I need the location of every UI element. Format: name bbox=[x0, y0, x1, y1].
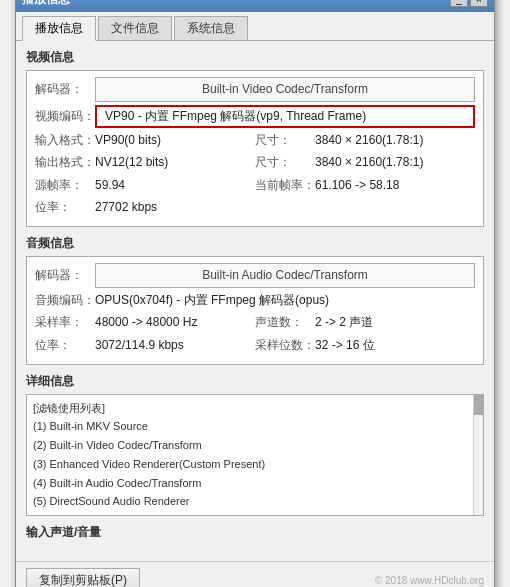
input-section: 输入声道/音量 bbox=[26, 524, 484, 541]
decoder-value: Built-in Video Codec/Transform bbox=[95, 77, 475, 102]
output-size: 尺寸： 3840 × 2160(1.78:1) bbox=[255, 153, 475, 172]
audio-info-box: 解码器： Built-in Audio Codec/Transform 音频编码… bbox=[26, 256, 484, 365]
audio-decoder-value: Built-in Audio Codec/Transform bbox=[95, 263, 475, 288]
scrollbar-thumb[interactable] bbox=[474, 395, 483, 415]
channels-right: 声道数： 2 -> 2 声道 bbox=[255, 313, 475, 335]
detail-item-4: (4) Built-in Audio Codec/Transform bbox=[33, 474, 467, 493]
audio-codec-label: 音频编码： bbox=[35, 291, 95, 310]
current-fps: 当前帧率： 61.106 -> 58.18 bbox=[255, 176, 475, 195]
window-title: 播放信息 bbox=[22, 0, 70, 8]
scrollbar-track[interactable] bbox=[473, 395, 483, 515]
audio-section: 音频信息 解码器： Built-in Audio Codec/Transform… bbox=[26, 235, 484, 365]
input-section-title: 输入声道/音量 bbox=[26, 524, 484, 541]
sample-bits-right: 采样位数： 32 -> 16 位 bbox=[255, 336, 475, 358]
output-size-label: 尺寸： bbox=[255, 153, 315, 172]
input-format-value: VP90(0 bits) bbox=[95, 131, 255, 150]
audio-sample-row: 采样率： 48000 -> 48000 Hz 声道数： 2 -> 2 声道 bbox=[35, 313, 475, 335]
audio-section-title: 音频信息 bbox=[26, 235, 484, 252]
video-section: 视频信息 解码器： Built-in Video Codec/Transform… bbox=[26, 49, 484, 227]
audio-codec-row: 音频编码： OPUS(0x704f) - 内置 FFmpeg 解码器(opus) bbox=[35, 291, 475, 310]
decoder-row: 解码器： Built-in Video Codec/Transform bbox=[35, 77, 475, 102]
audio-bitrate: 位率： 3072/114.9 kbps bbox=[35, 336, 255, 355]
minimize-button[interactable]: _ bbox=[450, 0, 468, 7]
audio-bitrate-value: 3072/114.9 kbps bbox=[95, 336, 255, 355]
input-format-row: 输入格式： VP90(0 bits) 尺寸： 3840 × 2160(1.78:… bbox=[35, 131, 475, 153]
copy-button[interactable]: 复制到剪贴板(P) bbox=[26, 568, 140, 587]
video-bitrate-label: 位率： bbox=[35, 198, 95, 217]
detail-list-header: [滤镜使用列表] bbox=[33, 399, 467, 418]
sample-rate: 采样率： 48000 -> 48000 Hz bbox=[35, 313, 255, 332]
output-size-value: 3840 × 2160(1.78:1) bbox=[315, 153, 475, 172]
decoder-label: 解码器： bbox=[35, 80, 95, 99]
input-format: 输入格式： VP90(0 bits) bbox=[35, 131, 255, 150]
detail-content: [滤镜使用列表] (1) Built-in MKV Source (2) Bui… bbox=[33, 399, 477, 511]
detail-box: [滤镜使用列表] (1) Built-in MKV Source (2) Bui… bbox=[26, 394, 484, 516]
sample-rate-left: 采样率： 48000 -> 48000 Hz bbox=[35, 313, 255, 335]
detail-item-3: (3) Enhanced Video Renderer(Custom Prese… bbox=[33, 455, 467, 474]
window-controls: _ × bbox=[450, 0, 488, 7]
output-format-left: 输出格式： NV12(12 bits) bbox=[35, 153, 255, 175]
input-size-value: 3840 × 2160(1.78:1) bbox=[315, 131, 475, 150]
output-format-value: NV12(12 bits) bbox=[95, 153, 255, 172]
audio-bitrate-left: 位率： 3072/114.9 kbps bbox=[35, 336, 255, 358]
input-format-label: 输入格式： bbox=[35, 131, 95, 150]
channels-value: 2 -> 2 声道 bbox=[315, 313, 475, 332]
audio-decoder-label: 解码器： bbox=[35, 266, 95, 285]
source-fps-label: 源帧率： bbox=[35, 176, 95, 195]
main-window: 播放信息 _ × 播放信息 文件信息 系统信息 视频信息 解码器： Built-… bbox=[15, 0, 495, 587]
channels: 声道数： 2 -> 2 声道 bbox=[255, 313, 475, 332]
codec-row: 视频编码： VP90 - 内置 FFmpeg 解码器(vp9, Thread F… bbox=[35, 105, 475, 128]
output-format-label: 输出格式： bbox=[35, 153, 95, 172]
input-size: 尺寸： 3840 × 2160(1.78:1) bbox=[255, 131, 475, 150]
output-format: 输出格式： NV12(12 bits) bbox=[35, 153, 255, 172]
source-fps-value: 59.94 bbox=[95, 176, 255, 195]
video-bitrate-value: 27702 kbps bbox=[95, 198, 475, 217]
channels-label: 声道数： bbox=[255, 313, 315, 332]
sample-rate-value: 48000 -> 48000 Hz bbox=[95, 313, 255, 332]
sample-bits: 采样位数： 32 -> 16 位 bbox=[255, 336, 475, 355]
title-bar: 播放信息 _ × bbox=[16, 0, 494, 12]
audio-bitrate-label: 位率： bbox=[35, 336, 95, 355]
detail-item-1: (1) Built-in MKV Source bbox=[33, 417, 467, 436]
input-size-label: 尺寸： bbox=[255, 131, 315, 150]
source-fps-left: 源帧率： 59.94 bbox=[35, 176, 255, 198]
footer: 复制到剪贴板(P) © 2018 www.HDclub.org bbox=[16, 561, 494, 587]
detail-item-5: (5) DirectSound Audio Renderer bbox=[33, 492, 467, 511]
fps-row: 源帧率： 59.94 当前帧率： 61.106 -> 58.18 bbox=[35, 176, 475, 198]
video-bitrate-row: 位率： 27702 kbps bbox=[35, 198, 475, 217]
close-button[interactable]: × bbox=[470, 0, 488, 7]
input-format-left: 输入格式： VP90(0 bits) bbox=[35, 131, 255, 153]
source-fps: 源帧率： 59.94 bbox=[35, 176, 255, 195]
current-fps-right: 当前帧率： 61.106 -> 58.18 bbox=[255, 176, 475, 198]
sample-rate-label: 采样率： bbox=[35, 313, 95, 332]
codec-label: 视频编码： bbox=[35, 108, 95, 125]
tab-bar: 播放信息 文件信息 系统信息 bbox=[16, 12, 494, 41]
detail-section-title: 详细信息 bbox=[26, 373, 484, 390]
audio-codec-value: OPUS(0x704f) - 内置 FFmpeg 解码器(opus) bbox=[95, 291, 475, 310]
tab-playback-info[interactable]: 播放信息 bbox=[22, 16, 96, 41]
codec-value: VP90 - 内置 FFmpeg 解码器(vp9, Thread Frame) bbox=[95, 105, 475, 128]
current-fps-value: 61.106 -> 58.18 bbox=[315, 176, 475, 195]
current-fps-label: 当前帧率： bbox=[255, 176, 315, 195]
sample-bits-label: 采样位数： bbox=[255, 336, 315, 355]
content-area: 视频信息 解码器： Built-in Video Codec/Transform… bbox=[16, 41, 494, 557]
sample-bits-value: 32 -> 16 位 bbox=[315, 336, 475, 355]
video-info-box: 解码器： Built-in Video Codec/Transform 视频编码… bbox=[26, 70, 484, 227]
tab-file-info[interactable]: 文件信息 bbox=[98, 16, 172, 40]
audio-bitrate-row: 位率： 3072/114.9 kbps 采样位数： 32 -> 16 位 bbox=[35, 336, 475, 358]
audio-decoder-row: 解码器： Built-in Audio Codec/Transform bbox=[35, 263, 475, 288]
output-size-right: 尺寸： 3840 × 2160(1.78:1) bbox=[255, 153, 475, 175]
video-section-title: 视频信息 bbox=[26, 49, 484, 66]
input-size-right: 尺寸： 3840 × 2160(1.78:1) bbox=[255, 131, 475, 153]
tab-system-info[interactable]: 系统信息 bbox=[174, 16, 248, 40]
watermark: © 2018 www.HDclub.org bbox=[375, 575, 484, 586]
output-format-row: 输出格式： NV12(12 bits) 尺寸： 3840 × 2160(1.78… bbox=[35, 153, 475, 175]
detail-item-2: (2) Built-in Video Codec/Transform bbox=[33, 436, 467, 455]
detail-section: 详细信息 [滤镜使用列表] (1) Built-in MKV Source (2… bbox=[26, 373, 484, 516]
